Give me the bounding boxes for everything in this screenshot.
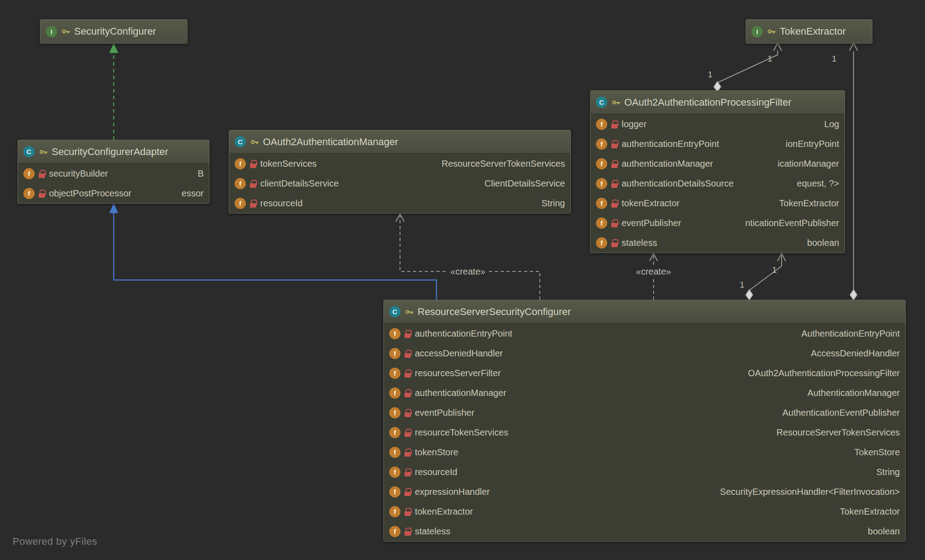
field-row[interactable]: f objectPostProcessor essor — [18, 183, 209, 203]
field-row[interactable]: f authenticationEntryPoint ionEntryPoint — [591, 134, 845, 154]
private-lock-icon — [405, 349, 411, 358]
field-icon: f — [596, 218, 607, 229]
field-icon: f — [596, 158, 607, 169]
field-name: clientDetailsService — [260, 178, 339, 189]
class-icon: C — [389, 306, 400, 317]
aggregation-edge-filter-tokenextractor[interactable] — [714, 43, 782, 92]
field-type: essor — [176, 188, 204, 199]
class-header: C SecurityConfigurerAdapter — [18, 140, 209, 164]
field-icon: f — [389, 486, 400, 498]
yfiles-watermark: Powered by yFiles — [13, 536, 97, 547]
field-name: authenticationManager — [622, 159, 713, 169]
create-dependency-edge-manager[interactable] — [396, 214, 540, 300]
field-icon: f — [235, 178, 246, 189]
field-icon: f — [389, 328, 400, 339]
field-icon: f — [389, 526, 400, 537]
field-name: tokenServices — [260, 159, 317, 169]
field-type: String — [536, 198, 565, 209]
field-name: eventPublisher — [622, 218, 681, 228]
key-icon — [61, 27, 70, 36]
field-type: nticationEventPublisher — [740, 218, 839, 228]
class-title: OAuth2AuthenticationManager — [263, 136, 398, 148]
field-type: Log — [819, 119, 839, 129]
multiplicity-label: 1 — [832, 54, 837, 64]
field-row[interactable]: f stateless boolean — [384, 521, 905, 541]
class-title: OAuth2AuthenticationProcessingFilter — [624, 97, 792, 108]
field-row[interactable]: f authenticationManager icationManager — [591, 154, 845, 173]
field-type: ionEntryPoint — [780, 139, 839, 149]
field-row[interactable]: f accessDeniedHandler AccessDeniedHandle… — [384, 343, 905, 363]
realization-edge[interactable] — [109, 43, 118, 140]
class-icon: C — [596, 97, 607, 108]
private-lock-icon — [250, 199, 256, 208]
field-row[interactable]: f resourceId String — [384, 462, 905, 482]
class-node-oauth2authenticationprocessingfilter[interactable]: C OAuth2AuthenticationProcessingFilter f… — [590, 90, 845, 253]
field-name: expressionHandler — [415, 487, 490, 497]
field-name: stateless — [622, 238, 657, 248]
field-name: logger — [622, 119, 647, 129]
class-title: SecurityConfigurer — [74, 26, 156, 37]
field-row[interactable]: f stateless boolean — [591, 233, 845, 253]
generalization-edge[interactable] — [109, 203, 436, 300]
field-icon: f — [596, 119, 607, 130]
class-header: C ResourceServerSecurityConfigurer — [384, 300, 905, 324]
field-icon: f — [235, 198, 246, 209]
class-title: TokenExtractor — [780, 26, 846, 37]
field-icon: f — [389, 506, 400, 517]
key-icon — [250, 138, 259, 147]
field-icon: f — [389, 387, 400, 399]
class-node-oauth2authenticationmanager[interactable]: C OAuth2AuthenticationManager f tokenSer… — [229, 130, 571, 213]
field-row[interactable]: f tokenExtractor TokenExtractor — [591, 193, 845, 213]
field-type: OAuth2AuthenticationProcessingFilter — [743, 368, 900, 378]
field-row[interactable]: f eventPublisher nticationEventPublisher — [591, 213, 845, 233]
field-name: tokenStore — [415, 447, 458, 458]
field-row[interactable]: f authenticationDetailsSource equest, ?> — [591, 173, 845, 193]
class-node-securityconfigurer[interactable]: I SecurityConfigurer — [40, 19, 187, 44]
multiplicity-label: 1 — [768, 54, 773, 64]
class-title: SecurityConfigurerAdapter — [52, 146, 168, 158]
private-lock-icon — [250, 179, 256, 188]
field-name: tokenExtractor — [622, 198, 680, 209]
field-row[interactable]: f logger Log — [591, 114, 845, 134]
field-icon: f — [389, 368, 400, 379]
field-icon: f — [389, 467, 400, 478]
class-node-securityconfigureradapter[interactable]: C SecurityConfigurerAdapter f securityBu… — [18, 140, 209, 204]
field-row[interactable]: f expressionHandler SecurityExpressionHa… — [384, 482, 905, 502]
diagram-canvas: I SecurityConfigurer I TokenExtractor C … — [0, 0, 925, 560]
field-row[interactable]: f resourceTokenServices ResourceServerTo… — [384, 422, 905, 442]
field-row[interactable]: f tokenServices ResourceServerTokenServi… — [229, 154, 570, 173]
field-icon: f — [23, 168, 35, 179]
field-type: B — [192, 169, 204, 179]
field-icon: f — [596, 237, 607, 249]
field-row[interactable]: f eventPublisher AuthenticationEventPubl… — [384, 403, 905, 422]
private-lock-icon — [611, 120, 618, 129]
class-node-resourceserversecurityconfigurer[interactable]: C ResourceServerSecurityConfigurer f aut… — [383, 300, 906, 542]
class-node-tokenextractor[interactable]: I TokenExtractor — [746, 19, 872, 44]
private-lock-icon — [405, 527, 411, 536]
field-row[interactable]: f tokenExtractor TokenExtractor — [384, 502, 905, 521]
class-header: I TokenExtractor — [746, 20, 872, 43]
interface-icon: I — [752, 26, 763, 37]
field-row[interactable]: f securityBuilder B — [18, 164, 209, 183]
private-lock-icon — [405, 329, 411, 338]
field-type: AuthenticationEventPublisher — [777, 408, 900, 418]
private-lock-icon — [39, 169, 45, 178]
key-icon — [767, 27, 776, 36]
aggregation-edge-configurer-tokenextractor[interactable] — [849, 43, 858, 300]
private-lock-icon — [611, 140, 618, 148]
field-row[interactable]: f clientDetailsService ClientDetailsServ… — [229, 173, 570, 193]
field-icon: f — [389, 427, 400, 438]
create-label-filter: «create» — [633, 266, 674, 277]
class-icon: C — [235, 136, 246, 147]
field-row[interactable]: f authenticationManager AuthenticationMa… — [384, 383, 905, 403]
field-icon: f — [235, 158, 246, 169]
aggregation-edge-configurer-filter[interactable] — [746, 253, 786, 300]
field-row[interactable]: f tokenStore TokenStore — [384, 442, 905, 462]
private-lock-icon — [611, 179, 618, 188]
field-row[interactable]: f authenticationEntryPoint Authenticatio… — [384, 324, 905, 343]
field-name: resourceTokenServices — [415, 427, 508, 438]
field-row[interactable]: f resourcesServerFilter OAuth2Authentica… — [384, 363, 905, 383]
field-type: ResourceServerTokenServices — [436, 159, 565, 169]
field-row[interactable]: f resourceId String — [229, 193, 570, 213]
field-icon: f — [596, 178, 607, 189]
